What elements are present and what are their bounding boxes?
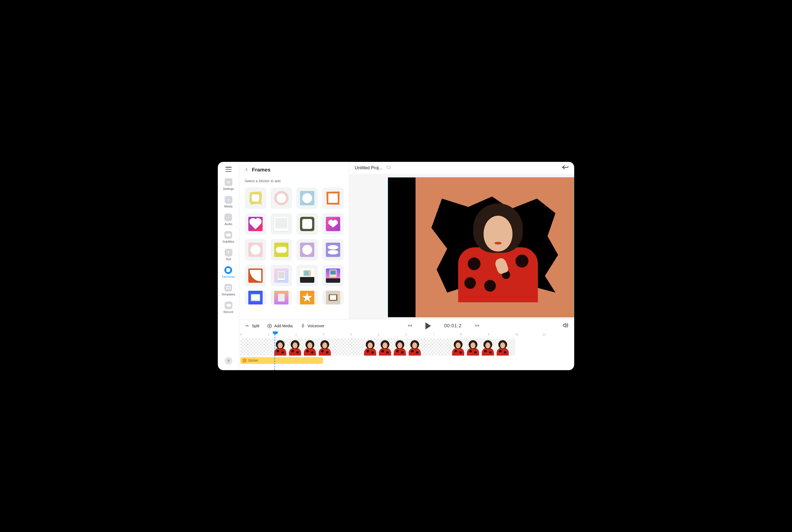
sticker-frame-scallop[interactable] [271, 187, 292, 209]
clip-thumbnail [288, 339, 302, 356]
preview-canvas[interactable] [349, 174, 574, 319]
sticker-track[interactable]: Sticker [240, 357, 323, 364]
clip-thumbnail [451, 339, 465, 356]
scissors-icon: ✂ [245, 323, 250, 328]
cloud-sync-icon[interactable] [386, 165, 392, 171]
ruler-tick: 5 [378, 333, 379, 336]
app-window: Settings ＋ Media ♪ Audio Subtitles T Tex… [218, 162, 574, 370]
plus-icon: ＋ [225, 196, 233, 204]
sticker-frame-retro-mac[interactable] [322, 265, 344, 286]
ruler-tick: 8 [460, 333, 462, 336]
sticker-frame-blob[interactable] [245, 187, 266, 209]
canvas-area: Untitled Proj... [349, 162, 574, 319]
music-note-icon: ♪ [224, 213, 232, 221]
nav-label: Settings [223, 187, 234, 190]
sticker-frame-pixel-heart[interactable] [322, 213, 344, 235]
sticker-frame-circle-purple[interactable] [296, 239, 318, 261]
clip-thumbnail [465, 339, 480, 356]
ruler-tick: 3 [323, 333, 324, 336]
sticker-frame-quarter[interactable] [245, 265, 266, 286]
project-title[interactable]: Untitled Proj... [355, 166, 382, 170]
camera-icon [225, 301, 233, 309]
menu-icon[interactable] [225, 167, 232, 172]
volume-button[interactable] [563, 323, 569, 329]
sticker-frame-torn[interactable] [322, 187, 344, 209]
upper-area: Frames Select a Sticker to add [239, 162, 574, 319]
timeline: ✂ Split Add Media Voiceover [239, 319, 574, 370]
nav-label: Subtitles [222, 240, 234, 243]
text-icon: T [225, 249, 233, 256]
help-button[interactable]: ? [225, 357, 233, 365]
ruler-tick: 1 [268, 333, 269, 336]
sticker-frame-polaroid[interactable] [271, 213, 292, 235]
clip-thumbnail [363, 339, 377, 356]
sticker-frame-crt-room[interactable] [322, 291, 344, 304]
split-button[interactable]: ✂ Split [245, 323, 259, 328]
timestamp: 00:01:2 [444, 323, 462, 329]
sticker-frame-pill[interactable] [271, 239, 292, 261]
add-media-button[interactable]: Add Media [267, 324, 293, 328]
settings-icon [225, 178, 233, 186]
playhead[interactable] [274, 331, 275, 370]
svg-point-0 [227, 182, 229, 183]
video-track[interactable] [240, 339, 515, 356]
templates-icon [224, 284, 232, 291]
sticker-frame-circle-pink[interactable] [245, 239, 266, 261]
elements-panel: Frames Select a Sticker to add [239, 162, 349, 319]
left-sidebar: Settings ＋ Media ♪ Audio Subtitles T Tex… [218, 162, 239, 370]
nav-templates[interactable]: Templates [221, 284, 235, 296]
sticker-track-icon [242, 359, 246, 362]
nav-label: Elements [222, 275, 235, 278]
video-subject [454, 201, 542, 300]
undo-icon[interactable] [561, 164, 569, 171]
ruler-tick: 2 [295, 333, 297, 336]
back-button[interactable] [245, 167, 248, 173]
clip-thumbnail [495, 339, 510, 356]
add-media-label: Add Media [274, 324, 293, 328]
main-area: Frames Select a Sticker to add [239, 162, 574, 370]
svg-rect-2 [302, 324, 303, 326]
nav-media[interactable]: ＋ Media [224, 196, 233, 208]
split-label: Split [252, 324, 259, 328]
topbar: Untitled Proj... [349, 162, 574, 174]
play-button[interactable] [425, 322, 431, 329]
nav-audio[interactable]: ♪ Audio [224, 213, 232, 226]
ruler-tick: 7 [433, 333, 434, 336]
clip-thumbnail [302, 339, 317, 356]
timeline-tracks[interactable]: Sticker [239, 338, 574, 370]
sticker-frame-circle-rough[interactable] [296, 187, 318, 209]
sticker-frame-double-oval[interactable] [322, 239, 344, 261]
ruler-tick: 4 [350, 333, 352, 336]
voiceover-label: Voiceover [308, 324, 324, 328]
forward-button[interactable] [475, 324, 480, 328]
nav-record[interactable]: Record [224, 301, 233, 314]
ruler-tick: 0 [240, 333, 242, 336]
clip-thumbnail [317, 339, 332, 356]
sticker-frame-monitor-blue[interactable] [245, 291, 266, 304]
clip-thumbnail [392, 339, 407, 356]
nav-label: Media [224, 205, 233, 208]
clip-thumbnail [407, 339, 422, 356]
sticker-track-label: Sticker [248, 359, 258, 362]
timeline-toolbar: ✂ Split Add Media Voiceover [239, 319, 574, 332]
ruler-tick: 6 [405, 333, 407, 336]
sticker-frame-retro-tv[interactable] [296, 265, 318, 286]
voiceover-button[interactable]: Voiceover [300, 324, 324, 328]
nav-subtitles[interactable]: Subtitles [222, 231, 234, 243]
sticker-frame-monitor-gradient[interactable] [271, 291, 292, 304]
timeline-ruler[interactable]: 0 1 2 3 4 5 6 7 8 9 10 11 [239, 332, 574, 338]
ruler-tick: 11 [543, 333, 546, 336]
elements-icon [224, 266, 232, 274]
clip-thumbnail [377, 339, 392, 356]
ruler-tick: 9 [488, 333, 489, 336]
nav-elements[interactable]: Elements [222, 266, 235, 278]
sticker-frame-heart[interactable] [245, 213, 266, 235]
nav-text[interactable]: T Text [225, 249, 233, 261]
plus-circle-icon [267, 324, 272, 328]
sticker-frame-rounded-square[interactable] [296, 213, 318, 235]
sticker-frame-starburst[interactable] [296, 291, 318, 304]
rewind-button[interactable] [407, 324, 412, 328]
nav-settings[interactable]: Settings [223, 178, 234, 190]
sticker-grid [245, 187, 344, 304]
sticker-frame-polaroid-gradient[interactable] [271, 265, 292, 286]
